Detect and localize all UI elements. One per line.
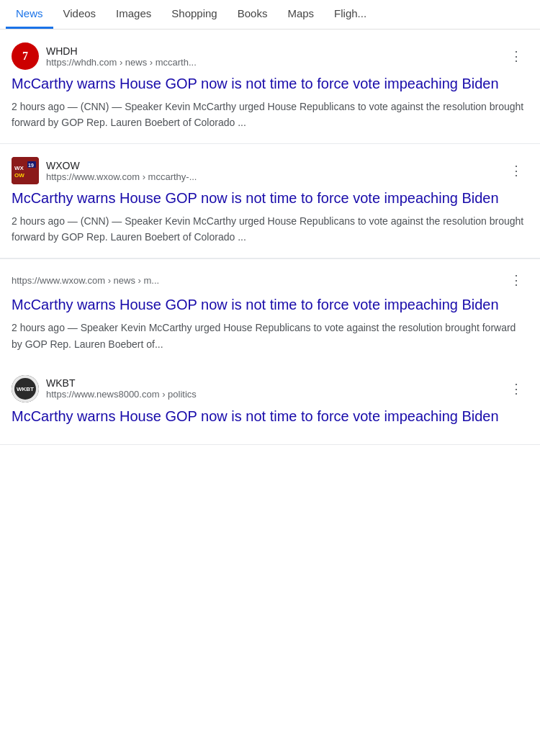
tab-bar: NewsVideosImagesShoppingBooksMapsFligh..… — [0, 0, 540, 30]
source-icon-whdh: 7 — [12, 42, 39, 70]
result-card-whdh: 7 WHDH https://whdh.com › news › mccarth… — [0, 30, 540, 144]
result-source: WKBT WKBT https://www.news8000.com › pol… — [12, 375, 197, 402]
result-title[interactable]: McCarthy warns House GOP now is not time… — [12, 189, 528, 207]
svg-text:WKBT: WKBT — [17, 386, 34, 392]
result-card-wxow: WX OW 19 WXOW https://www.wxow.com › mcc… — [0, 144, 540, 258]
more-options-button[interactable]: ⋮ — [504, 378, 528, 400]
source-icon-wxow: WX OW 19 — [12, 157, 39, 184]
source-url: https://whdh.com › news › mccarth... — [46, 57, 197, 68]
source-icon-wkbt: WKBT — [12, 375, 39, 402]
result-sub-card: https://www.wxow.com › news › m... ⋮ McC… — [0, 258, 540, 361]
svg-text:WX: WX — [14, 165, 24, 171]
sub-result-snippet: 2 hours ago — Speaker Kevin McCarthy urg… — [12, 320, 528, 351]
source-url: https://www.news8000.com › politics — [46, 389, 197, 400]
source-info: WKBT https://www.news8000.com › politics — [46, 377, 197, 400]
result-title[interactable]: McCarthy warns House GOP now is not time… — [12, 74, 528, 93]
tab-shopping[interactable]: Shopping — [161, 0, 227, 29]
result-source: 7 WHDH https://whdh.com › news › mccarth… — [12, 42, 197, 70]
result-header: WKBT WKBT https://www.news8000.com › pol… — [12, 375, 528, 402]
sub-result-header: https://www.wxow.com › news › m... ⋮ — [12, 269, 528, 291]
source-name: WHDH — [46, 45, 197, 57]
tab-videos[interactable]: Videos — [53, 0, 107, 29]
result-snippet: 2 hours ago — (CNN) — Speaker Kevin McCa… — [12, 213, 528, 245]
source-name: WXOW — [46, 160, 197, 171]
more-options-button[interactable]: ⋮ — [504, 160, 528, 181]
source-url: https://www.wxow.com › mccarthy-... — [46, 171, 197, 182]
tab-flight[interactable]: Fligh... — [324, 0, 377, 29]
source-info: WHDH https://whdh.com › news › mccarth..… — [46, 45, 197, 68]
results-container: 7 WHDH https://whdh.com › news › mccarth… — [0, 30, 540, 445]
tab-maps[interactable]: Maps — [277, 0, 324, 29]
source-info: WXOW https://www.wxow.com › mccarthy-... — [46, 160, 197, 182]
source-name: WKBT — [46, 377, 197, 389]
tab-books[interactable]: Books — [228, 0, 278, 29]
result-snippet: 2 hours ago — (CNN) — Speaker Kevin McCa… — [12, 99, 528, 130]
result-header: WX OW 19 WXOW https://www.wxow.com › mcc… — [12, 157, 528, 184]
tab-images[interactable]: Images — [106, 0, 161, 29]
sub-more-options-button[interactable]: ⋮ — [504, 269, 528, 291]
sub-result-title[interactable]: McCarthy warns House GOP now is not time… — [12, 295, 528, 314]
svg-text:19: 19 — [28, 163, 34, 168]
svg-text:OW: OW — [14, 172, 24, 179]
result-header: 7 WHDH https://whdh.com › news › mccarth… — [12, 42, 528, 70]
sub-result-url: https://www.wxow.com › news › m... — [12, 275, 504, 286]
result-card-wkbt: WKBT WKBT https://www.news8000.com › pol… — [0, 362, 540, 445]
result-title[interactable]: McCarthy warns House GOP now is not time… — [12, 407, 528, 426]
more-options-button[interactable]: ⋮ — [504, 45, 528, 67]
result-source: WX OW 19 WXOW https://www.wxow.com › mcc… — [12, 157, 197, 184]
tab-news[interactable]: News — [6, 0, 53, 29]
